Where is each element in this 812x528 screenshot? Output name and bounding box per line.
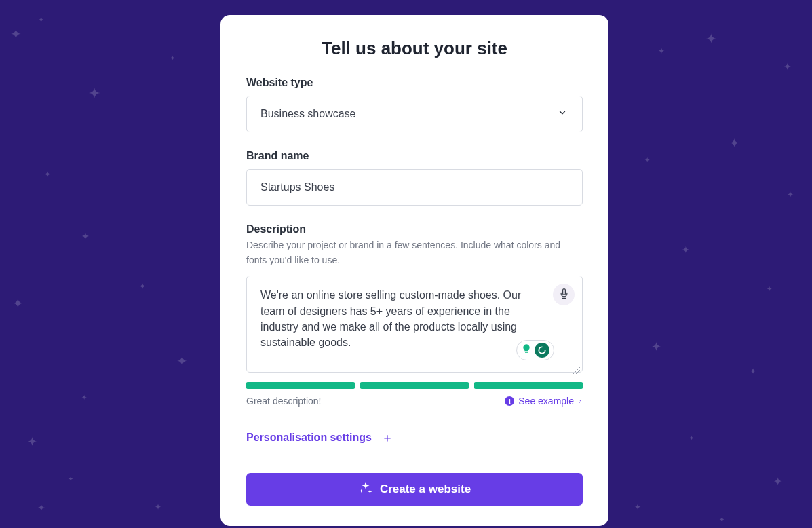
info-icon: i <box>505 396 514 406</box>
chevron-down-icon <box>558 108 567 120</box>
create-website-button[interactable]: Create a website <box>246 473 583 506</box>
brand-name-field: Brand name <box>246 150 583 206</box>
strength-bar <box>360 382 469 389</box>
description-hint: Describe your project or brand in a few … <box>246 238 583 267</box>
brand-name-label: Brand name <box>246 150 583 162</box>
website-type-select[interactable]: Business showcase <box>246 96 583 132</box>
lightbulb-icon <box>521 343 532 357</box>
onboarding-card: Tell us about your site Website type Bus… <box>220 15 608 526</box>
create-button-label: Create a website <box>380 483 471 496</box>
personalisation-label: Personalisation settings <box>246 432 372 444</box>
page-title: Tell us about your site <box>246 38 583 59</box>
description-strength-meter <box>246 382 583 389</box>
see-example-label: See example <box>518 396 574 407</box>
brand-name-input[interactable] <box>246 169 583 206</box>
microphone-icon <box>559 288 569 301</box>
website-type-value: Business showcase <box>260 108 356 120</box>
plus-icon: ＋ <box>381 430 393 446</box>
website-type-label: Website type <box>246 77 583 89</box>
strength-bar <box>246 382 355 389</box>
description-field: Description Describe your project or bra… <box>246 223 583 407</box>
sparkle-icon <box>358 480 373 499</box>
website-type-field: Website type Business showcase <box>246 77 583 132</box>
description-label: Description <box>246 223 583 235</box>
strength-bar <box>474 382 583 389</box>
description-feedback: Great description! <box>246 396 322 407</box>
personalisation-toggle[interactable]: Personalisation settings ＋ <box>246 430 583 446</box>
grammarly-icon <box>535 343 549 358</box>
see-example-link[interactable]: i See example <box>505 396 583 407</box>
chevron-right-icon <box>578 398 583 405</box>
grammarly-widget[interactable] <box>516 340 554 360</box>
